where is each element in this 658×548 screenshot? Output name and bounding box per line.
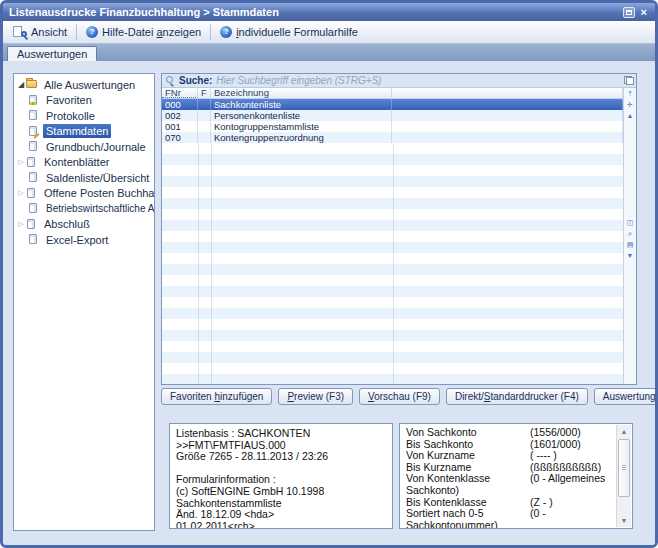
search-icon xyxy=(166,76,175,85)
add-favorites-button[interactable]: Favoriten hinzufügen xyxy=(161,388,272,405)
evaluation-tree: ◢ Alle Auswertungen Favoriten Protokolle… xyxy=(13,73,155,531)
info-line: Größe 7265 - 28.11.2013 / 23:26 xyxy=(176,451,386,463)
scrollbar[interactable]: ▲ ▼ xyxy=(616,425,631,527)
details-icon[interactable]: ◫ xyxy=(627,217,634,228)
help-file-button-label: Hilfe-Datei anzeigen xyxy=(102,26,201,38)
grid-header: FNr F Bezeichnung xyxy=(162,88,623,99)
search-input[interactable] xyxy=(216,75,620,87)
table-row[interactable]: 002 Personenkontenliste xyxy=(162,110,623,121)
view-button-label: Ansicht xyxy=(31,26,67,38)
filter-icon[interactable]: ▼ xyxy=(627,250,634,261)
action-button-row: Favoriten hinzufügen Preview (F3) Vorsch… xyxy=(161,388,658,405)
view-icon xyxy=(13,26,27,39)
column-chooser-icon[interactable] xyxy=(624,76,634,85)
scrollbar-thumb[interactable] xyxy=(618,439,630,497)
document-icon xyxy=(28,234,39,245)
tab-auswertungen[interactable]: Auswertungen xyxy=(7,46,97,61)
column-header-f[interactable]: F xyxy=(198,88,211,98)
tree-item-saldenliste[interactable]: Saldenliste/Übersicht xyxy=(14,170,154,186)
expanded-arrow-icon[interactable]: ◢ xyxy=(16,80,26,89)
collapsed-arrow-icon[interactable]: ▷ xyxy=(16,220,26,228)
document-icon xyxy=(28,203,39,214)
document-icon xyxy=(26,157,37,168)
column-header-bezeichnung[interactable]: Bezeichnung xyxy=(211,88,392,98)
tree-item-favoriten[interactable]: Favoriten xyxy=(14,93,154,109)
param-entry: Von Kontenklasse(0 - Allgemeines Sachkon… xyxy=(406,473,616,496)
param-entry: Von Sachkonto(1556/000) xyxy=(406,427,616,439)
search-label: Suche: xyxy=(179,75,212,86)
help-icon: ? xyxy=(220,26,232,38)
column-separator xyxy=(393,143,394,384)
table-row[interactable]: 070 Kontengruppenzuordnung xyxy=(162,132,623,143)
tree-item-stammdaten[interactable]: Stammdaten xyxy=(14,124,154,140)
edit-document-icon xyxy=(28,126,39,137)
parameters-panel: Von Sachkonto(1556/000) Bis Sachkonto(16… xyxy=(399,423,633,529)
scroll-up-icon[interactable]: ▲ xyxy=(617,425,631,438)
preview-f3-button[interactable]: Preview (F3) xyxy=(278,388,353,405)
document-icon xyxy=(28,110,39,121)
column-separator xyxy=(211,143,212,384)
tree-item-betriebswirtschaftliche[interactable]: Betriebswirtschaftliche Auswertungen xyxy=(14,201,154,217)
document-icon xyxy=(28,172,39,183)
vorschau-f9-button[interactable]: Vorschau (F9) xyxy=(359,388,440,405)
tree-item-excel-export[interactable]: Excel-Export xyxy=(14,232,154,248)
zoom-icon[interactable]: ⌕ xyxy=(628,228,632,239)
param-entry: Sortiert nach 0-5(0 - Sachkontonummer) xyxy=(406,508,616,529)
tree-item-protokolle[interactable]: Protokolle xyxy=(14,108,154,124)
info-line: 01.02.2011<rch> xyxy=(176,521,386,529)
column-header-fnr[interactable]: FNr xyxy=(162,88,198,98)
help-file-button[interactable]: ? Hilfe-Datei anzeigen xyxy=(80,24,207,40)
direct-printer-button[interactable]: Direkt/Standarddrucker (F4) xyxy=(446,388,588,405)
scroll-down-icon[interactable]: ▼ xyxy=(617,514,631,527)
info-line: Änd. 18.12.09 <hda> xyxy=(176,509,386,521)
list-info-panel: Listenbasis : SACHKONTEN >>FMT\FMTFIAUS.… xyxy=(169,423,393,529)
document-icon xyxy=(26,219,37,230)
form-help-button[interactable]: ? individuelle Formularhilfe xyxy=(214,24,364,40)
tree-item-abschluss[interactable]: ▷ Abschluß xyxy=(14,217,154,233)
empty-rows-area xyxy=(162,143,623,384)
collapsed-arrow-icon[interactable]: ▷ xyxy=(16,189,26,197)
list-icon[interactable]: ▤ xyxy=(627,239,634,250)
document-icon xyxy=(28,141,39,152)
tree-item-grundbuch-journale[interactable]: Grundbuch/Journale xyxy=(14,139,154,155)
table-row[interactable]: 001 Kontogruppenstammliste xyxy=(162,121,623,132)
table-row-selected[interactable]: 000 Sachkontenliste xyxy=(162,99,623,110)
toolbar: Ansicht ? Hilfe-Datei anzeigen ? individ… xyxy=(3,21,655,44)
restore-icon[interactable] xyxy=(623,7,635,18)
favorites-icon xyxy=(28,95,39,106)
column-separator xyxy=(198,143,199,384)
window-title: Listenausdrucke Finanzbuchhaltung > Stam… xyxy=(9,6,623,18)
tree-item-alle-auswertungen[interactable]: ◢ Alle Auswertungen xyxy=(14,77,154,93)
search-bar: Suche: xyxy=(162,74,636,88)
report-list-grid: Suche: ⤒ ✛ ▲ ◫ ⌕ ▤ ▼ FNr xyxy=(161,73,637,385)
scroll-top-icon[interactable]: ⤒ xyxy=(628,88,631,99)
folder-icon xyxy=(26,79,37,90)
column-header-empty xyxy=(392,88,623,98)
info-line: (c) SoftENGINE GmbH 10.1998 xyxy=(176,486,386,498)
close-icon[interactable]: × xyxy=(639,7,649,18)
content-area: ◢ Alle Auswertungen Favoriten Protokolle… xyxy=(3,61,655,545)
collapsed-arrow-icon[interactable]: ▷ xyxy=(16,158,26,166)
grid-side-toolbar: ⤒ ✛ ▲ ◫ ⌕ ▤ ▼ xyxy=(623,88,636,384)
scroll-up-icon[interactable]: ▲ xyxy=(627,110,634,121)
selected-tree-label: Stammdaten xyxy=(43,124,111,138)
tree-item-offene-posten[interactable]: ▷ Offene Posten Buchhaltung xyxy=(14,186,154,202)
print-report-button[interactable]: Auswertung drucken xyxy=(594,388,658,405)
title-bar: Listenausdrucke Finanzbuchhaltung > Stam… xyxy=(3,3,655,21)
form-help-button-label: individuelle Formularhilfe xyxy=(236,26,358,38)
expand-icon[interactable]: ✛ xyxy=(627,99,633,110)
help-icon: ? xyxy=(86,26,98,38)
toolbar-separator xyxy=(210,24,211,40)
app-window: Listenausdrucke Finanzbuchhaltung > Stam… xyxy=(0,0,658,548)
document-icon xyxy=(26,188,37,199)
tab-strip: Auswertungen xyxy=(3,44,655,61)
info-line: Listenbasis : SACHKONTEN xyxy=(176,428,386,440)
view-button[interactable]: Ansicht xyxy=(7,24,73,41)
tree-item-kontenblaetter[interactable]: ▷ Kontenblätter xyxy=(14,155,154,171)
toolbar-separator xyxy=(76,24,77,40)
